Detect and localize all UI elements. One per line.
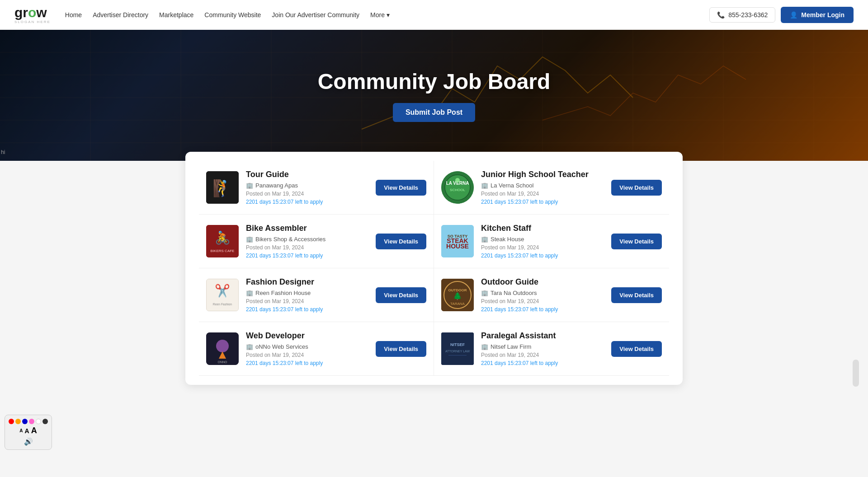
days-remaining: 2201 days	[246, 253, 271, 259]
view-details-button[interactable]: View Details	[376, 180, 426, 196]
svg-text:HOUSE: HOUSE	[446, 243, 469, 250]
svg-text:✂️: ✂️	[215, 283, 230, 298]
view-details-button[interactable]: View Details	[376, 287, 426, 303]
job-info: Junior High School Teacher 🏢 La Verna Sc…	[481, 170, 604, 205]
view-details-button[interactable]: View Details	[611, 287, 662, 303]
job-company: 🏢 Nitsef Law Firm	[481, 343, 604, 350]
timer-suffix: left to apply	[530, 306, 558, 313]
job-company: 🏢 Panawang Apas	[246, 182, 368, 189]
nav-more-button[interactable]: More ▾	[370, 11, 390, 19]
job-title: Tour Guide	[246, 170, 368, 179]
view-details-button[interactable]: View Details	[611, 180, 662, 196]
job-company: 🏢 Reen Fashion House	[246, 290, 368, 296]
job-timer: 2201 days 15:23:07 left to apply	[246, 306, 368, 313]
job-list-item: ✂️Reen Fashion Fashion Designer 🏢 Reen F…	[199, 268, 434, 322]
nav-actions: 📞 855-233-6362 👤 Member Login	[709, 7, 854, 23]
job-company: 🏢 Bikers Shop & Accessories	[246, 236, 368, 243]
view-details-button[interactable]: View Details	[611, 341, 662, 357]
job-title: Kitchen Staff	[481, 224, 604, 233]
hero-section: Community Job Board Submit Job Post	[0, 30, 868, 161]
job-list-item: LA VERNASCHOOL Junior High School Teache…	[434, 161, 669, 215]
svg-rect-40	[441, 332, 474, 365]
days-remaining: 2201 days	[481, 306, 506, 313]
nav-marketplace[interactable]: Marketplace	[159, 11, 193, 19]
time-remaining: 15:23:07	[508, 360, 529, 366]
days-remaining: 2201 days	[246, 199, 271, 205]
svg-text:SCHOOL: SCHOOL	[450, 188, 465, 192]
building-icon: 🏢	[481, 236, 488, 243]
job-info: Paralegal Assistant 🏢 Nitsef Law Firm Po…	[481, 331, 604, 366]
days-remaining: 2201 days	[246, 360, 271, 366]
building-icon: 🏢	[246, 182, 253, 189]
view-details-button[interactable]: View Details	[376, 341, 426, 357]
svg-text:OUTDOOR: OUTDOOR	[448, 288, 467, 292]
building-icon: 🏢	[481, 343, 488, 350]
view-details-button[interactable]: View Details	[611, 234, 662, 249]
logo-text: gr	[14, 5, 28, 20]
svg-text:🚴: 🚴	[215, 230, 231, 245]
user-icon: 👤	[790, 11, 797, 19]
nav-links: Home Advertiser Directory Marketplace Co…	[65, 11, 709, 19]
svg-text:TARANA: TARANA	[450, 302, 465, 306]
svg-text:Reen Fashion: Reen Fashion	[213, 303, 232, 306]
time-remaining: 15:23:07	[508, 306, 529, 313]
company-name: Bikers Shop & Accessories	[255, 236, 326, 243]
logo[interactable]: grow SLOGAN HERE	[14, 6, 51, 24]
time-remaining: 15:23:07	[273, 199, 294, 205]
job-listings-container: 🧗 Tour Guide 🏢 Panawang Apas Posted on M…	[185, 152, 683, 385]
nav-community-website[interactable]: Community Website	[204, 11, 261, 19]
svg-point-37	[216, 340, 229, 352]
job-posted-date: Posted on Mar 19, 2024	[246, 191, 368, 197]
time-remaining: 15:23:07	[508, 199, 529, 205]
svg-text:🧗: 🧗	[212, 178, 233, 198]
submit-job-post-button[interactable]: Submit Job Post	[393, 103, 475, 122]
time-remaining: 15:23:07	[508, 253, 529, 259]
svg-point-20	[455, 178, 460, 182]
days-remaining: 2201 days	[481, 360, 506, 366]
days-remaining: 2201 days	[481, 253, 506, 259]
view-details-button[interactable]: View Details	[376, 234, 426, 249]
logo-o: o	[28, 5, 36, 20]
job-list-item: 🧗 Tour Guide 🏢 Panawang Apas Posted on M…	[199, 161, 434, 215]
timer-suffix: left to apply	[295, 253, 323, 259]
job-timer: 2201 days 15:23:07 left to apply	[481, 306, 604, 313]
svg-text:NITSEF: NITSEF	[450, 342, 465, 347]
job-grid: 🧗 Tour Guide 🏢 Panawang Apas Posted on M…	[199, 161, 669, 376]
job-posted-date: Posted on Mar 19, 2024	[246, 298, 368, 304]
nav-join-community[interactable]: Join Our Advertiser Community	[272, 11, 359, 19]
job-timer: 2201 days 15:23:07 left to apply	[246, 253, 368, 259]
company-name: Tara Na Outdoors	[491, 290, 537, 296]
building-icon: 🏢	[246, 290, 253, 296]
svg-text:🌲: 🌲	[453, 292, 462, 300]
job-title: Junior High School Teacher	[481, 170, 604, 179]
job-posted-date: Posted on Mar 19, 2024	[246, 352, 368, 358]
job-posted-date: Posted on Mar 19, 2024	[481, 191, 604, 197]
job-info: Tour Guide 🏢 Panawang Apas Posted on Mar…	[246, 170, 368, 205]
job-posted-date: Posted on Mar 19, 2024	[481, 352, 604, 358]
hi-text: hi	[1, 149, 5, 155]
job-timer: 2201 days 15:23:07 left to apply	[481, 199, 604, 205]
job-timer: 2201 days 15:23:07 left to apply	[481, 360, 604, 366]
job-info: Kitchen Staff 🏢 Steak House Posted on Ma…	[481, 224, 604, 259]
scrollbar-handle[interactable]	[853, 360, 859, 387]
job-title: Paralegal Assistant	[481, 331, 604, 341]
login-button[interactable]: 👤 Member Login	[781, 7, 854, 23]
company-name: Reen Fashion House	[255, 290, 311, 296]
timer-suffix: left to apply	[295, 199, 323, 205]
svg-text:ONNO: ONNO	[218, 360, 228, 364]
job-list-item: OUTDOOR🌲TARANA Outdoor Guide 🏢 Tara Na O…	[434, 268, 669, 322]
building-icon: 🏢	[246, 236, 253, 243]
building-icon: 🏢	[481, 290, 488, 296]
company-name: La Verna School	[491, 182, 533, 189]
job-company: 🏢 Tara Na Outdoors	[481, 290, 604, 296]
logo-slogan: SLOGAN HERE	[14, 20, 51, 24]
job-list-item: ONNO Web Developer 🏢 oNNo Web Services P…	[199, 322, 434, 376]
job-timer: 2201 days 15:23:07 left to apply	[246, 360, 368, 366]
job-list-item: 🚴BIKERS CAFE Bike Assembler 🏢 Bikers Sho…	[199, 215, 434, 268]
nav-advertiser-directory[interactable]: Advertiser Directory	[93, 11, 148, 19]
phone-button[interactable]: 📞 855-233-6362	[709, 7, 775, 23]
nav-home[interactable]: Home	[65, 11, 82, 19]
timer-suffix: left to apply	[530, 253, 558, 259]
job-title: Outdoor Guide	[481, 277, 604, 287]
company-name: oNNo Web Services	[255, 343, 308, 350]
